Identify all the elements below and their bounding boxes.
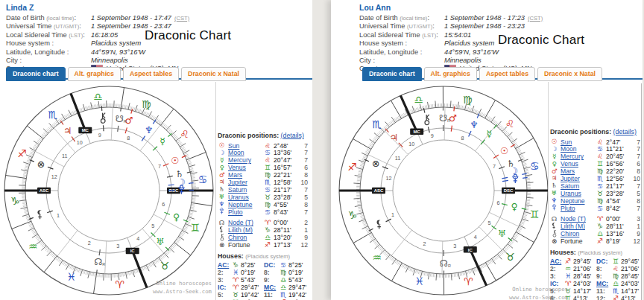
position-row: ♄Saturn♋21°17'7 — [218, 185, 313, 192]
planet-link[interactable]: Venus — [228, 164, 265, 171]
tab-draconic-chart[interactable]: Draconic chart — [362, 67, 422, 81]
planet-link[interactable]: Venus — [561, 160, 597, 167]
tab-alt-graphics[interactable]: Alt. graphics — [68, 67, 121, 81]
tab-aspect-tables[interactable]: Aspect tables — [479, 67, 535, 81]
house-label-ac[interactable]: AC: — [218, 261, 233, 269]
svg-text:♉: ♉ — [160, 260, 170, 272]
planet-link[interactable]: Neptune — [561, 197, 597, 205]
planet-link[interactable]: Moon — [228, 149, 265, 156]
svg-text:4: 4 — [136, 235, 139, 242]
planet-link[interactable]: Node (T) — [228, 219, 265, 226]
details-link[interactable]: (details) — [613, 128, 637, 135]
taurus-icon: ♉ — [597, 190, 606, 197]
tab-draconic-x-natal[interactable]: Draconic x Natal — [537, 67, 602, 81]
svg-text:♆: ♆ — [470, 119, 478, 130]
fortune-icon: ⊗ — [37, 159, 45, 170]
planet-link[interactable]: Chiron — [561, 230, 597, 237]
svg-text:☉: ☉ — [171, 155, 179, 166]
birth-data-label: Date of Birth (local time): — [359, 14, 444, 22]
sagittarius-icon: ♐ — [265, 241, 274, 249]
position-degrees: 20°47' — [274, 156, 298, 164]
svg-text:♋: ♋ — [530, 160, 540, 172]
position-degrees: 21°17' — [274, 186, 298, 194]
planet-link[interactable]: Saturn — [561, 182, 597, 190]
person-name[interactable]: Lou Ann — [359, 3, 543, 12]
planet-link[interactable]: Mars — [228, 171, 265, 179]
house-degrees: 19°42' — [288, 291, 309, 299]
tab-draconic-chart[interactable]: Draconic chart — [6, 67, 66, 81]
aquarius-icon: ♒ — [565, 265, 573, 272]
libra-icon: ♎ — [613, 280, 621, 287]
planet-link[interactable]: Neptune — [228, 201, 265, 208]
timezone-link[interactable]: (CST) — [528, 14, 543, 22]
planet-link[interactable]: Moon — [561, 145, 597, 153]
planet-link[interactable]: Jupiter — [561, 175, 597, 182]
svg-text:♆: ♆ — [145, 124, 153, 135]
venus-icon: ♀ — [173, 211, 180, 223]
birth-data-label-note: (UT/GMT) — [407, 23, 432, 30]
tab-alt-graphics[interactable]: Alt. graphics — [424, 67, 477, 81]
cancer-icon: ♋ — [597, 205, 606, 212]
planet-link[interactable]: Uranus — [228, 194, 265, 201]
house-degrees: 5°43' — [241, 276, 264, 284]
planet-link[interactable]: Uranus — [561, 190, 597, 197]
birth-data-label: House system : — [359, 39, 444, 48]
planet-link[interactable]: Pluto — [561, 205, 597, 212]
planet-link[interactable]: Chiron — [228, 234, 265, 241]
planet-link[interactable]: Mars — [561, 167, 597, 175]
planet-link[interactable]: Node (T) — [561, 215, 597, 223]
mercury-icon: ☿ — [160, 135, 165, 147]
planet-link: Fortune — [561, 237, 597, 245]
birth-data-label-note: (LST) — [422, 32, 436, 39]
birth-data-value: 44°59'N, 93°16'W — [444, 48, 499, 57]
svg-text:1: 1 — [57, 212, 60, 219]
timezone-link[interactable]: (CST) — [174, 14, 189, 22]
planet-link[interactable]: Jupiter — [228, 179, 265, 186]
person-name[interactable]: Linda Z — [6, 3, 189, 12]
cancer-icon: ♋ — [597, 145, 606, 153]
draconic-chart-overlay-label: Draconic Chart — [145, 28, 231, 43]
birth-data-value: Minneapolis — [444, 57, 482, 65]
saturn-icon: ♄ — [507, 158, 515, 169]
tab-aspect-tables[interactable]: Aspect tables — [123, 67, 179, 81]
planet-link[interactable]: Lilith (M) — [561, 223, 597, 230]
fortune-icon: ⊗ — [218, 240, 228, 250]
draconic-chart-wheel: ♈♉♊♋♌♍♎♏♐♑♒♓ASCDSCMCIC123456789101112☽♄☉… — [0, 80, 219, 300]
house-label-ac[interactable]: AC: — [550, 258, 565, 265]
house-label-mc[interactable]: MC: — [264, 284, 280, 291]
venus-icon: ♀ — [511, 201, 518, 212]
details-link[interactable]: (details) — [281, 132, 304, 139]
birth-data-label: Universal Time (UT/GMT): — [6, 22, 91, 31]
house-label-mc[interactable]: MC: — [596, 280, 613, 287]
houses-title: Houses: (Placidus system) — [550, 249, 644, 258]
planet-link[interactable]: Mercury — [561, 153, 597, 160]
taurus-icon: ♉ — [265, 194, 274, 201]
planet-link[interactable]: Sun — [561, 138, 597, 146]
svg-text:⊗: ⊗ — [552, 237, 557, 244]
birth-data-label-note: (UT/GMT) — [54, 23, 79, 30]
house-label-9: 9: — [264, 276, 280, 284]
house-degrees: 21°06' — [621, 265, 642, 272]
svg-text:♍: ♍ — [142, 98, 151, 110]
svg-text:ASC: ASC — [374, 188, 384, 193]
planet-link[interactable]: Pluto — [228, 208, 265, 216]
birth-data-row: Universal Time (UT/GMT):1 September 1948… — [359, 22, 543, 31]
planet-link[interactable]: Saturn — [228, 186, 265, 194]
planet-link[interactable]: Sun — [228, 142, 265, 150]
tab-draconic-x-natal[interactable]: Draconic x Natal — [181, 67, 246, 81]
gemini-icon: ♊ — [613, 258, 621, 265]
svg-text:☊: ☊ — [94, 256, 102, 267]
position-degrees: 8°43' — [274, 208, 298, 216]
uranus-icon: ♅ — [156, 236, 164, 247]
node-icon: ☊ — [440, 258, 448, 269]
planet-link[interactable]: Mercury — [228, 156, 265, 164]
svg-text:♌: ♌ — [180, 128, 189, 140]
planet-link[interactable]: Lilith (M) — [228, 226, 265, 234]
svg-text:IC: IC — [130, 249, 136, 253]
position-degrees: 13°16' — [606, 230, 631, 237]
birth-data-row: Date of Birth (local time):1 September 1… — [6, 14, 189, 22]
position-degrees: 2°48' — [274, 142, 298, 150]
position-row: ☉Sun♌2°47'7 — [550, 137, 644, 144]
houses-title-text: Houses: — [218, 252, 244, 260]
svg-text:⊗: ⊗ — [37, 159, 45, 170]
